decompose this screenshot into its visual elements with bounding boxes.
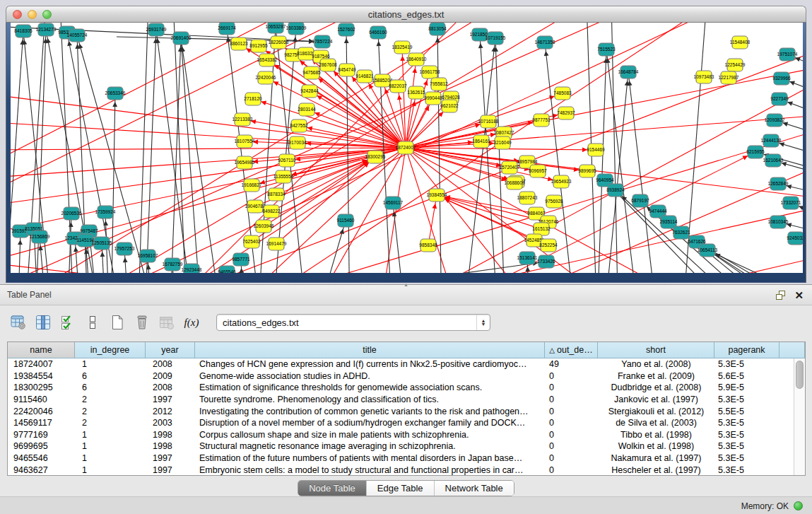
graph-node-8938924[interactable]: 8938924 <box>606 184 625 197</box>
table-row[interactable]: 1872400712008Changes of HCN gene express… <box>8 358 805 370</box>
graph-node-20653346[interactable]: 20653346 <box>105 87 126 100</box>
graph-node-7482937[interactable]: 7482937 <box>557 107 575 119</box>
graph-node-26931749[interactable]: 26931749 <box>146 23 167 36</box>
graph-node-10688609[interactable]: 10688609 <box>505 177 525 189</box>
graph-node-16782759[interactable]: 16782759 <box>163 258 183 271</box>
graph-node-10654113[interactable]: 10654113 <box>698 244 718 257</box>
graph-node-14569117[interactable]: 14569117 <box>383 197 404 209</box>
graph-node-12134273[interactable]: 12134273 <box>36 23 57 36</box>
column-header-in-degree[interactable]: in_degree <box>75 342 146 358</box>
graph-node-17857224[interactable]: 17857224 <box>312 35 333 48</box>
graph-node-12923448[interactable]: 12923448 <box>182 264 202 273</box>
graph-node-14671358[interactable]: 14671358 <box>535 36 555 49</box>
table-row[interactable]: 911546021997Tourette syndrome. Phenomeno… <box>8 394 805 406</box>
graph-node-2669174[interactable]: 2669174 <box>218 23 236 35</box>
graph-node-10719155[interactable]: 10719155 <box>486 32 506 45</box>
float-window-icon[interactable] <box>776 291 786 300</box>
graph-node-10716188[interactable]: 10716188 <box>478 115 499 128</box>
graph-node-17332071[interactable]: 17332071 <box>781 197 801 209</box>
tab-edge-table[interactable]: Edge Table <box>367 481 435 496</box>
graph-node-18107554[interactable]: 18107554 <box>235 135 255 148</box>
graph-node-19654923[interactable]: 19654923 <box>551 175 572 188</box>
graph-node-1733426[interactable]: 1733426 <box>537 255 555 268</box>
table-row[interactable]: 2242004622012Investigating the contribut… <box>8 405 805 417</box>
panel-splitter-handle[interactable]: ▴ <box>404 283 409 287</box>
graph-node-14055724[interactable]: 14055724 <box>67 29 88 42</box>
column-header-title[interactable]: title <box>195 342 545 358</box>
graph-node-18807243[interactable]: 18807243 <box>517 192 538 204</box>
graph-node-19166827[interactable]: 19166827 <box>242 179 262 192</box>
graph-node-12213383[interactable]: 12213383 <box>233 113 253 126</box>
graph-node-16648784[interactable]: 16648784 <box>618 66 639 78</box>
graph-node-9245032[interactable]: 9245032 <box>787 232 803 245</box>
graph-node-8878334[interactable]: 8878334 <box>267 188 286 201</box>
graph-node-19384554[interactable]: 19384554 <box>427 189 447 201</box>
graph-node-9170034[interactable]: 9170034 <box>288 136 307 149</box>
network-window-titlebar[interactable]: citations_edges.txt <box>6 6 806 23</box>
graph-node-6466160[interactable]: 6466160 <box>369 26 387 39</box>
column-header-pagerank[interactable]: pagerank <box>714 342 779 358</box>
graph-node-22420046[interactable]: 22420046 <box>256 71 276 84</box>
graph-node-8498222[interactable]: 8498222 <box>262 205 281 218</box>
graph-node-8822037[interactable]: 8822037 <box>389 80 407 93</box>
table-row[interactable]: 946554611997Estimation of the future num… <box>8 452 805 465</box>
graph-node-1864161[interactable]: 1864161 <box>472 135 490 148</box>
graph-node-9858348[interactable]: 9858348 <box>419 239 437 252</box>
graph-node-19751074[interactable]: 19751074 <box>777 48 798 61</box>
graph-node-12603948[interactable]: 12603948 <box>254 220 274 233</box>
graph-node-11548408[interactable]: 11548408 <box>730 36 751 49</box>
graph-node-10810345[interactable]: 10810345 <box>768 216 789 228</box>
graph-node-1615132[interactable]: 1615132 <box>532 223 551 235</box>
vertical-scrollbar[interactable] <box>794 358 805 475</box>
graph-node-12217987[interactable]: 12217987 <box>719 71 739 84</box>
graph-node-16914479[interactable]: 16914479 <box>266 238 287 250</box>
graph-node-12093822[interactable]: 12093822 <box>765 114 785 127</box>
graph-node-8813054[interactable]: 8813054 <box>428 23 447 35</box>
graph-node-9146821[interactable]: 9146821 <box>355 70 374 83</box>
graph-node-11355554[interactable]: 11355554 <box>273 170 294 183</box>
graph-node-7515523[interactable]: 7515523 <box>597 43 616 56</box>
rows-icon[interactable] <box>84 314 101 331</box>
table-select-dropdown[interactable]: citations_edges.txt ▲▼ <box>216 314 490 331</box>
graph-node-9115460[interactable]: 9115460 <box>337 214 355 227</box>
graph-node-7632621[interactable]: 7632621 <box>672 226 690 239</box>
delete-column-icon[interactable] <box>134 314 151 331</box>
graph-node-6879197[interactable]: 6879197 <box>631 194 649 207</box>
function-builder-icon[interactable]: f(x) <box>183 314 200 331</box>
graph-node-12254429[interactable]: 12254429 <box>725 59 746 71</box>
column-header-name[interactable]: name <box>8 342 75 358</box>
graph-node-17359924[interactable]: 17359924 <box>95 206 116 218</box>
graph-node-19654985[interactable]: 19654985 <box>235 156 255 169</box>
graph-node-2803144[interactable]: 2803144 <box>298 103 316 116</box>
graph-node-9465546[interactable]: 9465546 <box>218 266 236 273</box>
graph-node-2867608[interactable]: 2867608 <box>319 59 337 71</box>
graph-node-10973483[interactable]: 10973483 <box>694 71 714 83</box>
graph-node-16210643[interactable]: 16210643 <box>763 154 784 167</box>
graph-node-8215955[interactable]: 8215955 <box>746 146 765 158</box>
select-all-icon[interactable] <box>59 314 76 331</box>
show-column-icon[interactable] <box>35 314 52 331</box>
table-row[interactable]: 969969511998Structural magnetic resonanc… <box>8 440 805 452</box>
graph-node-18724007[interactable]: 18724007 <box>396 141 416 154</box>
table-row[interactable]: 1456911722003Disruption of a novel membe… <box>8 417 805 429</box>
column-header-out-de-[interactable]: △out_de… <box>545 342 598 358</box>
graph-node-9857771[interactable]: 9857771 <box>232 253 250 266</box>
graph-node-7485083[interactable]: 7485083 <box>553 87 572 100</box>
column-header-short[interactable]: short <box>598 342 714 358</box>
graph-node-12652849[interactable]: 12652849 <box>768 177 789 190</box>
table-row[interactable]: 946362711997Embryonic stem cells: a mode… <box>8 464 805 476</box>
graph-node-9329966[interactable]: 9329966 <box>772 72 791 85</box>
delete-table-icon[interactable] <box>158 314 175 331</box>
graph-node-7955812[interactable]: 7955812 <box>430 78 448 90</box>
graph-node-8418305[interactable]: 8418305 <box>14 25 33 37</box>
table-mode-icon[interactable] <box>10 314 27 331</box>
graph-node-15720407[interactable]: 15720407 <box>500 161 520 174</box>
graph-node-8860123[interactable]: 8860123 <box>230 37 248 50</box>
graph-node-16958107[interactable]: 16958107 <box>138 250 158 262</box>
graph-node-20691406[interactable]: 20691406 <box>171 32 192 45</box>
network-canvas[interactable]: 8418305121342739853180140557242693174920… <box>11 23 803 273</box>
tab-node-table[interactable]: Node Table <box>298 481 367 496</box>
graph-node-16033809[interactable]: 16033809 <box>286 23 307 35</box>
graph-node-18226058[interactable]: 18226058 <box>269 36 289 49</box>
graph-node-16961758[interactable]: 16961758 <box>420 66 440 78</box>
